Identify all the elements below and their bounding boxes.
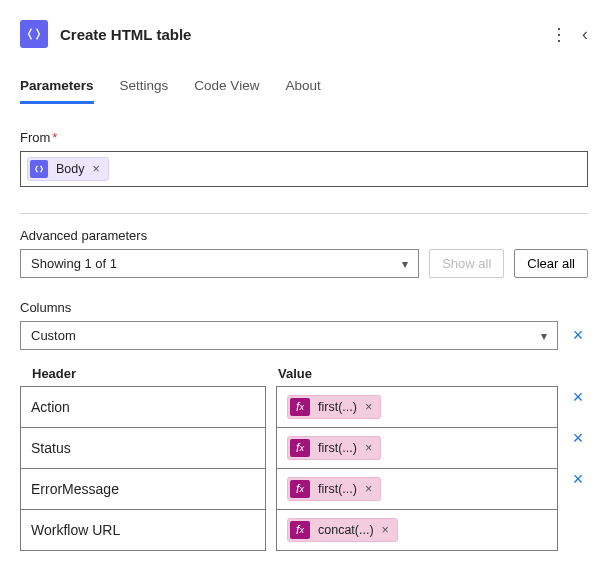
column-row: ErrorMessagefxfirst(...)××	[20, 469, 588, 510]
chevron-down-icon: ▾	[541, 329, 547, 343]
advanced-select[interactable]: Showing 1 of 1 ▾	[20, 249, 419, 278]
remove-token-icon[interactable]: ×	[93, 162, 100, 176]
remove-expression-icon[interactable]: ×	[365, 400, 372, 414]
more-icon[interactable]: ⋯	[549, 26, 571, 43]
remove-row-icon[interactable]: ×	[568, 469, 588, 510]
chevron-down-icon: ▾	[402, 257, 408, 271]
column-row: Workflow URLfxconcat(...)××	[20, 510, 588, 551]
tab-codeview[interactable]: Code View	[194, 78, 259, 104]
expression-token[interactable]: fxfirst(...)×	[287, 395, 381, 419]
fx-icon: fx	[290, 480, 310, 498]
column-value-input[interactable]: fxfirst(...)×	[276, 386, 558, 428]
from-input[interactable]: Body ×	[20, 151, 588, 187]
divider	[20, 213, 588, 214]
required-asterisk: *	[52, 130, 57, 145]
expression-text: first(...)	[318, 441, 357, 455]
from-token[interactable]: Body ×	[27, 157, 109, 181]
columns-header-value: Value	[278, 366, 576, 381]
columns-label: Columns	[20, 300, 588, 315]
fx-icon: fx	[290, 398, 310, 416]
page-title: Create HTML table	[60, 26, 539, 43]
columns-mode-value: Custom	[31, 328, 76, 343]
columns-header-row: Header Value	[20, 360, 588, 387]
expression-token[interactable]: fxfirst(...)×	[287, 477, 381, 501]
tab-about[interactable]: About	[285, 78, 320, 104]
tab-settings[interactable]: Settings	[120, 78, 169, 104]
column-value-input[interactable]: fxfirst(...)×	[276, 468, 558, 510]
remove-row-icon[interactable]: ×	[568, 428, 588, 469]
column-value-input[interactable]: fxfirst(...)×	[276, 427, 558, 469]
column-header-input[interactable]: Action	[20, 386, 266, 428]
expression-token[interactable]: fxconcat(...)×	[287, 518, 398, 542]
from-label-text: From	[20, 130, 50, 145]
advanced-select-text: Showing 1 of 1	[31, 256, 117, 271]
remove-expression-icon[interactable]: ×	[365, 441, 372, 455]
tab-parameters[interactable]: Parameters	[20, 78, 94, 104]
column-row: Statusfxfirst(...)××	[20, 428, 588, 469]
columns-mode-select[interactable]: Custom ▾	[20, 321, 558, 350]
tabs: Parameters Settings Code View About	[20, 78, 588, 104]
column-row: Actionfxfirst(...)××	[20, 387, 588, 428]
clear-all-button[interactable]: Clear all	[514, 249, 588, 278]
body-token-icon	[30, 160, 48, 178]
expression-text: concat(...)	[318, 523, 374, 537]
remove-expression-icon[interactable]: ×	[382, 523, 389, 537]
expression-text: first(...)	[318, 400, 357, 414]
expression-text: first(...)	[318, 482, 357, 496]
columns-grid: Actionfxfirst(...)××Statusfxfirst(...)××…	[20, 387, 588, 551]
collapse-icon[interactable]: ‹	[582, 24, 588, 45]
columns-header-header: Header	[32, 366, 278, 381]
column-header-input[interactable]: ErrorMessage	[20, 468, 266, 510]
column-header-input[interactable]: Status	[20, 427, 266, 469]
remove-row-icon[interactable]: ×	[568, 387, 588, 428]
fx-icon: fx	[290, 521, 310, 539]
column-header-input[interactable]: Workflow URL	[20, 509, 266, 551]
operation-icon	[20, 20, 48, 48]
advanced-label: Advanced parameters	[20, 228, 588, 243]
column-value-input[interactable]: fxconcat(...)×	[276, 509, 558, 551]
remove-columns-icon[interactable]: ×	[568, 325, 588, 346]
remove-expression-icon[interactable]: ×	[365, 482, 372, 496]
from-token-label: Body	[56, 162, 85, 176]
show-all-button[interactable]: Show all	[429, 249, 504, 278]
from-label: From*	[20, 130, 588, 145]
fx-icon: fx	[290, 439, 310, 457]
expression-token[interactable]: fxfirst(...)×	[287, 436, 381, 460]
